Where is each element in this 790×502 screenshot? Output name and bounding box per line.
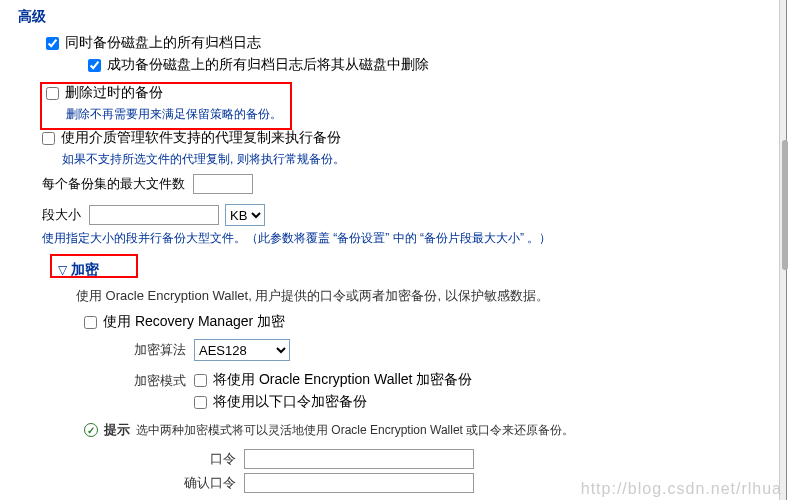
- input-password-confirm[interactable]: [244, 473, 474, 493]
- checkbox-mode-password[interactable]: [194, 396, 207, 409]
- checkbox-media-proxy[interactable]: [42, 132, 55, 145]
- label-password-confirm: 确认口令: [164, 474, 236, 492]
- desc-delete-expired: 删除不再需要用来满足保留策略的备份。: [66, 106, 772, 123]
- label-media-proxy: 使用介质管理软件支持的代理复制来执行备份: [61, 129, 341, 147]
- scrollbar-thumb[interactable]: [782, 140, 788, 270]
- label-mode-wallet: 将使用 Oracle Encryption Wallet 加密备份: [213, 371, 472, 389]
- label-maxfiles: 每个备份集的最大文件数: [42, 175, 185, 193]
- section-title: 高级: [18, 8, 772, 26]
- input-maxfiles[interactable]: [193, 174, 253, 194]
- checkbox-delete-expired[interactable]: [46, 87, 59, 100]
- encryption-desc: 使用 Oracle Encryption Wallet, 用户提供的口令或两者加…: [76, 287, 772, 305]
- encryption-header[interactable]: ▽ 加密: [58, 261, 772, 279]
- label-delete-expired: 删除过时的备份: [65, 84, 163, 102]
- checkbox-archive-all[interactable]: [46, 37, 59, 50]
- label-password: 口令: [164, 450, 236, 468]
- input-password[interactable]: [244, 449, 474, 469]
- tip-icon: ✓: [84, 423, 98, 437]
- watermark: http://blog.csdn.net/rlhua: [581, 480, 782, 498]
- checkbox-mode-wallet[interactable]: [194, 374, 207, 387]
- label-archive-all: 同时备份磁盘上的所有归档日志: [65, 34, 261, 52]
- collapse-arrow-icon: ▽: [58, 263, 67, 277]
- label-mode-password: 将使用以下口令加密备份: [213, 393, 367, 411]
- encryption-title: 加密: [71, 261, 99, 279]
- select-algo[interactable]: AES128: [194, 339, 290, 361]
- checkbox-delete-after[interactable]: [88, 59, 101, 72]
- checkbox-use-rman[interactable]: [84, 316, 97, 329]
- tip-text: 选中两种加密模式将可以灵活地使用 Oracle Encryption Walle…: [136, 422, 574, 439]
- input-segment[interactable]: [89, 205, 219, 225]
- label-use-rman: 使用 Recovery Manager 加密: [103, 313, 285, 331]
- label-mode: 加密模式: [120, 372, 186, 390]
- tip-label: 提示: [104, 421, 130, 439]
- desc-segment: 使用指定大小的段并行备份大型文件。（此参数将覆盖 “备份设置” 中的 “备份片段…: [42, 230, 772, 247]
- desc-media-proxy: 如果不支持所选文件的代理复制, 则将执行常规备份。: [62, 151, 772, 168]
- select-segment-unit[interactable]: KB: [225, 204, 265, 226]
- label-algo: 加密算法: [120, 341, 186, 359]
- label-segment: 段大小: [42, 206, 81, 224]
- label-delete-after: 成功备份磁盘上的所有归档日志后将其从磁盘中删除: [107, 56, 429, 74]
